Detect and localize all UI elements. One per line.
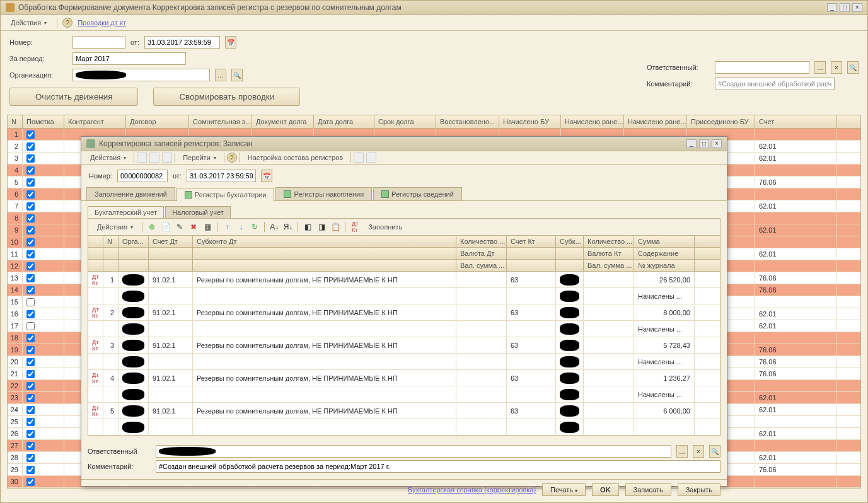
main-col-0[interactable]: N	[8, 115, 23, 128]
row-checkbox[interactable]	[26, 358, 35, 366]
main-col-3[interactable]: Договор	[126, 115, 189, 128]
period-input[interactable]	[72, 52, 186, 65]
close-button[interactable]: ×	[852, 3, 862, 12]
toolbar-icon-4[interactable]	[354, 153, 364, 163]
toolbar-icon-5[interactable]	[366, 153, 376, 163]
row-checkbox[interactable]	[26, 262, 35, 270]
main-col-10[interactable]: Начислено ране...	[561, 115, 624, 128]
icon-6[interactable]: ◧	[302, 221, 313, 233]
main-col-12[interactable]: Присоединено БУ	[687, 115, 755, 128]
subtab-0[interactable]: Бухгалтерский учет	[88, 206, 164, 218]
minimize-button[interactable]: _	[827, 3, 837, 12]
inner-col-1-5[interactable]: Валюта Дт	[456, 248, 507, 259]
inner-col-2-8[interactable]: Вал. сумма ...	[584, 260, 634, 271]
inner-col-0-2[interactable]: Орга...	[119, 236, 149, 247]
inner-col-1-3[interactable]	[149, 248, 193, 259]
row-checkbox[interactable]	[26, 346, 35, 354]
inner-resp-clear[interactable]: ×	[693, 445, 704, 458]
inner-col-2-6[interactable]	[507, 260, 556, 271]
inner-col-2-0[interactable]	[88, 260, 103, 271]
clear-movements-button[interactable]: Очистить движения	[9, 88, 138, 106]
row-checkbox[interactable]	[26, 478, 35, 486]
row-checkbox[interactable]	[26, 466, 35, 474]
org-search-icon[interactable]: 🔍	[231, 69, 243, 81]
ok-button[interactable]: OK	[592, 483, 619, 496]
row-checkbox[interactable]	[26, 154, 35, 163]
row-checkbox[interactable]	[26, 286, 35, 294]
help-icon-2[interactable]: ?	[227, 153, 237, 163]
row-checkbox[interactable]	[26, 310, 35, 318]
grid-actions-menu[interactable]: Действия	[92, 222, 138, 232]
row-checkbox[interactable]	[26, 430, 35, 438]
inner-row[interactable]: ДтКт391.02.1Резервы по сомнительным долг…	[88, 337, 720, 354]
toolbar-icon-2[interactable]	[149, 153, 159, 163]
resp-select-button[interactable]: …	[814, 61, 826, 74]
toolbar-icon-3[interactable]	[162, 153, 172, 163]
tab-2[interactable]: Регистры накопления	[275, 187, 372, 200]
row-checkbox[interactable]	[26, 130, 35, 139]
org-select-button[interactable]: …	[215, 69, 226, 81]
inner-actions-menu[interactable]: Действия	[85, 153, 131, 163]
save-button[interactable]: Записать	[625, 483, 671, 496]
row-checkbox[interactable]	[26, 214, 35, 223]
row-checkbox[interactable]	[26, 394, 35, 402]
inner-comment-input[interactable]	[156, 460, 720, 473]
inner-col-1-6[interactable]	[507, 248, 556, 259]
inner-col-0-0[interactable]	[88, 236, 103, 247]
fill-button[interactable]: Заполнить	[363, 222, 407, 232]
inner-col-1-8[interactable]: Валюта Кт	[584, 248, 634, 259]
row-checkbox[interactable]	[26, 202, 35, 211]
inner-resp-search-icon[interactable]: 🔍	[709, 445, 720, 458]
maximize-button[interactable]: □	[840, 3, 850, 12]
inner-minimize-button[interactable]: _	[686, 139, 697, 148]
row-checkbox[interactable]	[26, 238, 35, 246]
inner-col-0-6[interactable]: Счет Кт	[507, 236, 556, 247]
main-col-9[interactable]: Начислено БУ	[499, 115, 561, 128]
inner-col-1-9[interactable]: Содержание	[634, 248, 695, 259]
inner-number-input[interactable]	[117, 170, 168, 182]
row-checkbox[interactable]	[26, 250, 35, 258]
inner-row[interactable]: ДтКт491.02.1Резервы по сомнительным долг…	[88, 370, 720, 386]
add-icon[interactable]: ⊕	[146, 221, 158, 233]
inner-col-0-5[interactable]: Количество ...	[456, 236, 507, 247]
inner-row-2[interactable]: Начислены ...	[88, 288, 720, 304]
main-col-11[interactable]: Начислено ране...	[624, 115, 687, 128]
subtab-1[interactable]: Налоговый учет	[165, 206, 231, 218]
comment-input[interactable]	[715, 78, 835, 90]
inner-row-2[interactable]: Начислены ...	[88, 321, 720, 337]
row-checkbox[interactable]	[26, 454, 35, 462]
inner-row[interactable]: ДтКт291.02.1Резервы по сомнительным долг…	[88, 304, 720, 321]
resp-clear-button[interactable]: ×	[831, 61, 842, 74]
inner-from-input[interactable]	[187, 170, 256, 182]
row-checkbox[interactable]	[26, 406, 35, 414]
dtkt-icon[interactable]: ДтКт	[349, 221, 361, 233]
up-icon[interactable]: ↑	[221, 221, 233, 233]
help-icon[interactable]: ?	[62, 18, 72, 28]
row-checkbox[interactable]	[26, 382, 35, 390]
number-input[interactable]	[72, 36, 125, 49]
from-date-input[interactable]	[144, 36, 220, 49]
inner-resp-select[interactable]: …	[676, 445, 688, 458]
inner-col-1-2[interactable]	[119, 248, 149, 259]
resp-search-icon[interactable]: 🔍	[847, 61, 859, 74]
inner-col-0-4[interactable]: Субконто Дт	[193, 236, 456, 247]
close-button-2[interactable]: Закрыть	[678, 483, 720, 496]
refresh-icon[interactable]: ↻	[249, 221, 260, 233]
inner-row[interactable]: ДтКт191.02.1Резервы по сомнительным долг…	[88, 272, 720, 288]
registry-settings-button[interactable]: Настройка состава регистров	[243, 153, 348, 163]
tab-3[interactable]: Регистры сведений	[373, 187, 462, 200]
inner-col-0-3[interactable]: Счет Дт	[149, 236, 193, 247]
icon-7[interactable]: ◨	[316, 221, 327, 233]
provodki-link[interactable]: Проводки дт кт	[78, 19, 126, 26]
main-col-5[interactable]: Документ долга	[252, 115, 314, 128]
inner-calendar-icon[interactable]: 📅	[261, 170, 272, 182]
row-checkbox[interactable]	[26, 370, 35, 378]
inner-col-2-2[interactable]	[119, 260, 149, 271]
print-button[interactable]: Печать	[542, 483, 586, 496]
inner-col-0-9[interactable]: Сумма	[634, 236, 695, 247]
tab-0[interactable]: Заполнение движений	[86, 187, 175, 200]
row-checkbox[interactable]	[26, 190, 35, 199]
inner-col-2-5[interactable]: Вал. сумма ...	[456, 260, 507, 271]
row-checkbox[interactable]	[26, 298, 35, 306]
row-checkbox[interactable]	[26, 418, 35, 426]
